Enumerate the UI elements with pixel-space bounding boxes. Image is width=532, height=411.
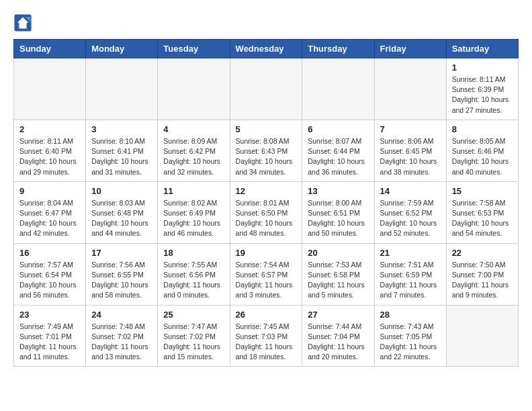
calendar-cell: 3Sunrise: 8:10 AM Sunset: 6:41 PM Daylig… [86,120,158,181]
calendar-cell: 16Sunrise: 7:57 AM Sunset: 6:54 PM Dayli… [14,243,86,305]
day-info: Sunrise: 8:09 AM Sunset: 6:42 PM Dayligh… [163,136,224,177]
day-info: Sunrise: 7:51 AM Sunset: 6:59 PM Dayligh… [380,260,441,301]
day-number: 6 [308,124,368,134]
day-number: 4 [163,124,224,134]
day-info: Sunrise: 7:49 AM Sunset: 7:01 PM Dayligh… [19,322,80,363]
calendar-cell: 6Sunrise: 8:07 AM Sunset: 6:44 PM Daylig… [302,120,374,181]
day-number: 16 [19,248,80,258]
week-row-3: 9Sunrise: 8:04 AM Sunset: 6:47 PM Daylig… [14,181,519,243]
day-number: 15 [452,186,513,196]
day-info: Sunrise: 7:48 AM Sunset: 7:02 PM Dayligh… [91,322,152,363]
day-number: 11 [163,186,224,196]
calendar-cell: 5Sunrise: 8:08 AM Sunset: 6:43 PM Daylig… [230,120,302,181]
calendar-cell [158,58,230,120]
day-number: 25 [163,310,224,320]
column-header-thursday: Thursday [302,40,374,58]
day-info: Sunrise: 7:45 AM Sunset: 7:03 PM Dayligh… [236,322,297,363]
day-number: 26 [236,310,297,320]
calendar-cell [14,58,86,120]
calendar-cell: 4Sunrise: 8:09 AM Sunset: 6:42 PM Daylig… [158,120,230,181]
logo-icon [13,13,32,32]
day-info: Sunrise: 8:02 AM Sunset: 6:49 PM Dayligh… [163,198,224,239]
day-number: 13 [308,186,368,196]
week-row-2: 2Sunrise: 8:11 AM Sunset: 6:40 PM Daylig… [14,120,519,181]
day-number: 5 [236,124,297,134]
calendar-cell: 1Sunrise: 8:11 AM Sunset: 6:39 PM Daylig… [446,58,518,120]
calendar-cell: 14Sunrise: 7:59 AM Sunset: 6:52 PM Dayli… [374,181,446,243]
day-number: 8 [452,124,513,134]
day-number: 3 [91,124,152,134]
column-header-tuesday: Tuesday [158,40,230,58]
calendar-cell: 10Sunrise: 8:03 AM Sunset: 6:48 PM Dayli… [86,181,158,243]
day-info: Sunrise: 8:03 AM Sunset: 6:48 PM Dayligh… [91,198,152,239]
calendar-cell: 2Sunrise: 8:11 AM Sunset: 6:40 PM Daylig… [14,120,86,181]
calendar-cell: 17Sunrise: 7:56 AM Sunset: 6:55 PM Dayli… [86,243,158,305]
column-header-monday: Monday [86,40,158,58]
calendar-cell [446,305,518,367]
day-info: Sunrise: 7:54 AM Sunset: 6:57 PM Dayligh… [236,260,297,301]
day-info: Sunrise: 8:11 AM Sunset: 6:40 PM Dayligh… [19,136,80,177]
day-info: Sunrise: 7:43 AM Sunset: 7:05 PM Dayligh… [380,322,441,363]
day-info: Sunrise: 8:00 AM Sunset: 6:51 PM Dayligh… [308,198,368,239]
column-header-wednesday: Wednesday [230,40,302,58]
column-header-sunday: Sunday [14,40,86,58]
calendar-cell: 24Sunrise: 7:48 AM Sunset: 7:02 PM Dayli… [86,305,158,367]
day-info: Sunrise: 8:11 AM Sunset: 6:39 PM Dayligh… [452,75,513,116]
calendar-cell: 12Sunrise: 8:01 AM Sunset: 6:50 PM Dayli… [230,181,302,243]
day-info: Sunrise: 8:08 AM Sunset: 6:43 PM Dayligh… [236,136,297,177]
calendar-cell: 15Sunrise: 7:58 AM Sunset: 6:53 PM Dayli… [446,181,518,243]
day-number: 22 [452,248,513,258]
header-row: SundayMondayTuesdayWednesdayThursdayFrid… [14,40,519,58]
calendar-cell: 26Sunrise: 7:45 AM Sunset: 7:03 PM Dayli… [230,305,302,367]
calendar-cell: 21Sunrise: 7:51 AM Sunset: 6:59 PM Dayli… [374,243,446,305]
week-row-4: 16Sunrise: 7:57 AM Sunset: 6:54 PM Dayli… [14,243,519,305]
day-number: 7 [380,124,441,134]
day-info: Sunrise: 8:04 AM Sunset: 6:47 PM Dayligh… [19,198,80,239]
calendar-cell: 20Sunrise: 7:53 AM Sunset: 6:58 PM Dayli… [302,243,374,305]
calendar-cell: 8Sunrise: 8:05 AM Sunset: 6:46 PM Daylig… [446,120,518,181]
calendar-cell: 27Sunrise: 7:44 AM Sunset: 7:04 PM Dayli… [302,305,374,367]
calendar-cell: 18Sunrise: 7:55 AM Sunset: 6:56 PM Dayli… [158,243,230,305]
day-number: 28 [380,310,441,320]
day-info: Sunrise: 8:07 AM Sunset: 6:44 PM Dayligh… [308,136,368,177]
calendar-cell: 25Sunrise: 7:47 AM Sunset: 7:02 PM Dayli… [158,305,230,367]
calendar-cell: 11Sunrise: 8:02 AM Sunset: 6:49 PM Dayli… [158,181,230,243]
day-info: Sunrise: 7:47 AM Sunset: 7:02 PM Dayligh… [163,322,224,363]
calendar-table: SundayMondayTuesdayWednesdayThursdayFrid… [13,39,519,367]
day-info: Sunrise: 7:44 AM Sunset: 7:04 PM Dayligh… [308,322,368,363]
day-info: Sunrise: 7:56 AM Sunset: 6:55 PM Dayligh… [91,260,152,301]
calendar-cell: 13Sunrise: 8:00 AM Sunset: 6:51 PM Dayli… [302,181,374,243]
week-row-1: 1Sunrise: 8:11 AM Sunset: 6:39 PM Daylig… [14,58,519,120]
day-info: Sunrise: 7:50 AM Sunset: 7:00 PM Dayligh… [452,260,513,301]
day-number: 2 [19,124,80,134]
calendar-cell: 7Sunrise: 8:06 AM Sunset: 6:45 PM Daylig… [374,120,446,181]
day-number: 12 [236,186,297,196]
day-info: Sunrise: 7:58 AM Sunset: 6:53 PM Dayligh… [452,198,513,239]
day-number: 14 [380,186,441,196]
day-info: Sunrise: 7:59 AM Sunset: 6:52 PM Dayligh… [380,198,441,239]
calendar-cell [230,58,302,120]
day-number: 10 [91,186,152,196]
day-info: Sunrise: 8:01 AM Sunset: 6:50 PM Dayligh… [236,198,297,239]
day-number: 17 [91,248,152,258]
week-row-5: 23Sunrise: 7:49 AM Sunset: 7:01 PM Dayli… [14,305,519,367]
day-number: 24 [91,310,152,320]
column-header-friday: Friday [374,40,446,58]
day-info: Sunrise: 7:55 AM Sunset: 6:56 PM Dayligh… [163,260,224,301]
calendar-cell [374,58,446,120]
day-info: Sunrise: 8:10 AM Sunset: 6:41 PM Dayligh… [91,136,152,177]
calendar-cell: 28Sunrise: 7:43 AM Sunset: 7:05 PM Dayli… [374,305,446,367]
day-number: 20 [308,248,368,258]
calendar-cell: 22Sunrise: 7:50 AM Sunset: 7:00 PM Dayli… [446,243,518,305]
day-number: 21 [380,248,441,258]
day-info: Sunrise: 7:57 AM Sunset: 6:54 PM Dayligh… [19,260,80,301]
calendar-cell: 19Sunrise: 7:54 AM Sunset: 6:57 PM Dayli… [230,243,302,305]
day-number: 23 [19,310,80,320]
calendar-cell [302,58,374,120]
day-number: 27 [308,310,368,320]
calendar-cell: 9Sunrise: 8:04 AM Sunset: 6:47 PM Daylig… [14,181,86,243]
day-info: Sunrise: 8:06 AM Sunset: 6:45 PM Dayligh… [380,136,441,177]
calendar-cell [86,58,158,120]
day-number: 9 [19,186,80,196]
page-header [13,13,519,32]
